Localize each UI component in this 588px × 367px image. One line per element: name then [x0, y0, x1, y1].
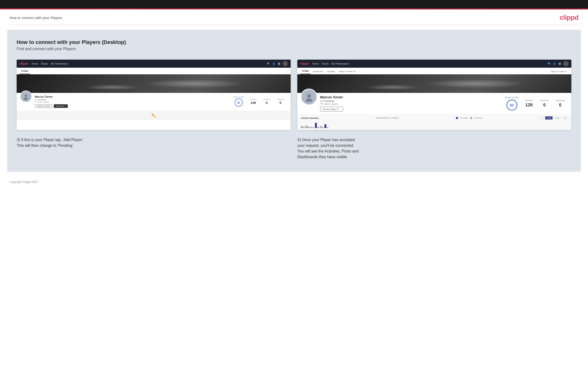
off-course-dot — [470, 117, 472, 119]
avatar-left — [20, 91, 32, 102]
search-icon-right: 🔍 — [548, 62, 551, 65]
quality-circle-right: 92 — [506, 100, 517, 110]
quality-label-left: Player Quality — [233, 96, 244, 98]
bar — [324, 124, 326, 128]
on-course-label: On course — [460, 117, 468, 119]
quality-stat-left: Player Quality 92 — [231, 95, 247, 108]
player-handicap-right: 1-5 Handicap — [320, 100, 343, 102]
edit-icon: ✏️ — [151, 113, 156, 118]
page-header: How to connect with your Players clippd — [0, 9, 588, 25]
mock-logo-right: clippd — [300, 62, 309, 65]
player-info-left: Marcus Turner 1-5 Handicap 📍 United King… — [35, 95, 68, 108]
mock-navbar-left: clippd Home Teams My Performance 🔍 👤 ⚙️ — [17, 60, 291, 68]
svg-point-0 — [25, 94, 27, 97]
mock-nav-home-left: Home — [32, 62, 38, 65]
remove-player-button[interactable]: Remove Player ✕ — [320, 107, 343, 111]
screenshots-row: clippd Home Teams My Performance 🔍 👤 ⚙️ … — [17, 60, 571, 130]
activity-legend: On course Off course — [456, 117, 482, 119]
mock-navbar-right: clippd Home Teams My Performance 🔍 👤 ⚙️ — [297, 60, 571, 68]
time-1yr-button[interactable]: 1 yr — [539, 117, 545, 119]
bar — [310, 127, 312, 128]
mock-nav-teams-right: Teams — [322, 62, 329, 65]
caption-text-left: 3) If this is your Player tap, 'Add Play… — [17, 137, 291, 149]
player-stats-left: Player Quality 92 Activities 129 Followe… — [71, 95, 287, 108]
player-location-right: 📍 United Kingdom — [320, 103, 343, 105]
following-stat-left: Following 0 — [274, 98, 287, 106]
page-title: How to connect with your Players (Deskto… — [17, 39, 571, 45]
on-course-dot — [456, 117, 458, 119]
quality-stat-right: Player Quality 92 — [502, 95, 521, 111]
page-footer: Copyright Clippd 2022 — [0, 176, 588, 187]
chevron-down-icon: ▾ — [565, 70, 567, 73]
bar — [320, 126, 322, 128]
activity-period: Monthly Activity - 6 Months — [376, 117, 399, 119]
time-3mths-button[interactable]: 3 mths — [553, 117, 561, 119]
location-pin-icon: 📍 — [35, 101, 37, 103]
person-icon: 👤 — [272, 62, 276, 65]
person-icon-right: 👤 — [553, 62, 556, 65]
tab-profile-right[interactable]: Profile — [300, 70, 311, 74]
caption-text-right: 4) Once your Player has acceptedyour req… — [297, 137, 571, 160]
tab-activities-right[interactable]: Activities — [325, 70, 337, 74]
bar — [303, 127, 305, 128]
activities-stat-left: Activities 129 — [247, 98, 260, 106]
mock-nav-perf-right: My Performance — [331, 62, 349, 65]
activities-label-right: Activities — [525, 99, 533, 102]
screenshot-right: clippd Home Teams My Performance 🔍 👤 ⚙️ … — [297, 60, 571, 130]
tab-profile-left[interactable]: Profile — [19, 70, 30, 74]
bar — [301, 126, 303, 128]
followers-value-left: 0 — [263, 101, 270, 105]
activities-stat-right: Activities 129 — [521, 98, 537, 108]
player-stats-right: Player Quality 92 Activities 129 Followe… — [346, 95, 568, 111]
followers-value-right: 0 — [540, 103, 549, 108]
bar-group-2 — [305, 126, 310, 128]
tab-whattoworkon-right[interactable]: What To Work On — [337, 70, 358, 74]
chart-area — [301, 121, 568, 128]
quality-circle-left: 92 — [234, 99, 243, 107]
bar-group-6 — [324, 124, 329, 128]
activities-value-right: 129 — [525, 103, 533, 108]
quality-value-left: 92 — [237, 101, 240, 104]
location-pin-icon-right: 📍 — [320, 103, 323, 105]
following-label-right: Following — [556, 99, 565, 102]
captions-row: 3) If this is your Player tap, 'Add Play… — [17, 137, 571, 160]
add-player-button[interactable]: Add Player + — [54, 104, 68, 108]
mock-logo-left: clippd — [19, 62, 28, 65]
svg-point-2 — [307, 94, 311, 98]
activity-title: Activity Summary — [301, 117, 319, 119]
time-6mths-button[interactable]: 6 mths — [545, 117, 553, 119]
settings-icon: ⚙️ — [277, 62, 281, 65]
tab-user-right: Marcus Turner ▾ — [549, 70, 569, 74]
screenshot-left: clippd Home Teams My Performance 🔍 👤 ⚙️ … — [17, 60, 291, 130]
player-info-right: Marcus Turner 1-5 Handicap 📍 United King… — [320, 95, 343, 111]
player-handicap-left: 1-5 Handicap — [35, 99, 68, 101]
settings-icon-right: ⚙️ — [558, 62, 561, 65]
caption-left: 3) If this is your Player tap, 'Add Play… — [17, 137, 291, 160]
mock-nav-teams-left: Teams — [41, 62, 48, 65]
bar — [312, 127, 314, 128]
tab-dashboard-right[interactable]: Dashboard — [311, 70, 325, 74]
mock-nav-home-right: Home — [312, 62, 319, 65]
copyright-text: Copyright Clippd 2022 — [9, 180, 38, 184]
bar-group-4 — [315, 123, 319, 128]
followers-label-left: Followers — [263, 99, 270, 100]
page-subtitle: Find and connect with your Players — [17, 47, 571, 51]
profile-banner-left — [17, 74, 291, 93]
quality-label-right: Player Quality — [505, 96, 519, 99]
bar-group-5 — [320, 126, 324, 128]
request-follow-button[interactable]: Request to Follow — [35, 104, 52, 108]
following-stat-right: Following 0 — [552, 98, 568, 108]
mock-tabs-right: Profile Dashboard Activities What To Wor… — [297, 68, 571, 74]
svg-point-1 — [24, 98, 28, 100]
bar — [317, 127, 319, 128]
time-1mth-button[interactable]: 1 mth — [561, 117, 568, 119]
following-value-left: 0 — [277, 101, 284, 105]
banner-image-right — [297, 74, 571, 93]
mock-nav-icons-right: 🔍 👤 ⚙️ — [548, 61, 569, 66]
profile-info-right: Marcus Turner 1-5 Handicap 📍 United King… — [297, 93, 571, 114]
bar — [322, 127, 324, 128]
bar — [305, 126, 307, 128]
activities-value-left: 129 — [250, 101, 257, 105]
avatar-icon-right — [563, 61, 569, 66]
avatar-right — [301, 89, 317, 105]
